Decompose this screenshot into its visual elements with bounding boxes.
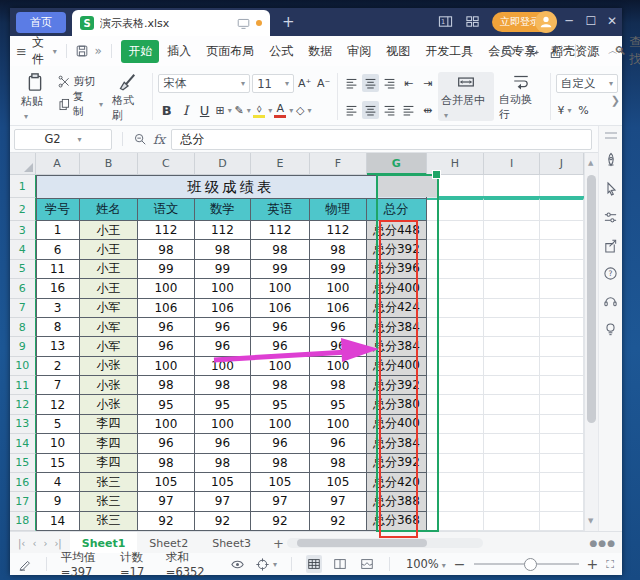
merge-center-button[interactable]: 合并居中▾	[438, 72, 494, 121]
cell-J13[interactable]	[540, 415, 584, 434]
cell-D15[interactable]: 98	[195, 454, 252, 473]
cell-A6[interactable]: 16	[36, 279, 80, 298]
maximize-button[interactable]: ☐	[580, 8, 602, 34]
cell-I12[interactable]	[484, 395, 540, 414]
page-break-view-button[interactable]	[359, 555, 375, 573]
invite-user-icon[interactable]	[525, 44, 540, 59]
cell-I9[interactable]	[484, 337, 540, 356]
cell-E2[interactable]: 英语	[251, 198, 309, 221]
align-bottom-icon[interactable]	[381, 74, 398, 92]
cell-C11[interactable]: 98	[138, 376, 195, 395]
share-icon[interactable]	[548, 44, 563, 59]
cell-J4[interactable]	[540, 240, 584, 259]
cell-E14[interactable]: 96	[251, 434, 309, 453]
cell-D2[interactable]: 数学	[195, 198, 252, 221]
cell-F16[interactable]: 105	[310, 473, 368, 492]
draw-border-icon[interactable]: ✎▾	[234, 101, 251, 119]
copy-button[interactable]: 复制▾	[58, 89, 103, 119]
cell-G2[interactable]: 总分	[367, 198, 426, 221]
align-right-icon[interactable]	[381, 101, 398, 119]
cell-B17[interactable]: 张三	[80, 492, 138, 511]
more-toolbar-icon[interactable]: »	[94, 44, 101, 58]
align-top-icon[interactable]	[343, 74, 360, 92]
cell-E7[interactable]: 106	[251, 299, 309, 318]
font-color-button[interactable]: A▾	[274, 101, 293, 119]
row-header-14[interactable]: 14	[10, 434, 36, 453]
cell-A14[interactable]: 10	[36, 434, 80, 453]
cell-A12[interactable]: 12	[36, 395, 80, 414]
cell-B5[interactable]: 小王	[80, 260, 138, 279]
cell-G5[interactable]: 总分396	[367, 260, 426, 279]
cell-H8[interactable]	[427, 318, 485, 337]
cell-B14[interactable]: 李四	[80, 434, 138, 453]
next-sheet-icon[interactable]: ›	[43, 538, 47, 549]
cell-B13[interactable]: 李四	[80, 415, 138, 434]
cell-F8[interactable]: 96	[310, 318, 368, 337]
font-size-select[interactable]: 11▾	[252, 74, 294, 93]
column-header-D[interactable]: D	[195, 153, 252, 175]
underline-button[interactable]: U	[196, 101, 213, 119]
cell-F9[interactable]: 96	[310, 337, 368, 356]
cell-E16[interactable]: 105	[251, 473, 309, 492]
cell-G6[interactable]: 总分400	[367, 279, 426, 298]
cell-A18[interactable]: 14	[36, 512, 80, 531]
cloud-sync-icon[interactable]	[501, 43, 517, 59]
tips-bulb-icon[interactable]	[603, 322, 618, 337]
cell-C10[interactable]: 100	[138, 357, 195, 376]
increase-font-button[interactable]: A⁺	[296, 75, 313, 93]
cell-C12[interactable]: 95	[138, 395, 195, 414]
normal-view-button[interactable]	[306, 555, 322, 573]
cell-E3[interactable]: 112	[251, 221, 309, 240]
cell-F15[interactable]: 98	[310, 454, 368, 473]
cell-D16[interactable]: 105	[195, 473, 252, 492]
cell-D6[interactable]: 100	[195, 279, 252, 298]
cell-F6[interactable]: 100	[310, 279, 368, 298]
cell-D11[interactable]: 98	[195, 376, 252, 395]
cell-A17[interactable]: 9	[36, 492, 80, 511]
cell-H6[interactable]	[427, 279, 485, 298]
cell-A13[interactable]: 5	[36, 415, 80, 434]
cell-C3[interactable]: 112	[138, 221, 195, 240]
cell-J11[interactable]	[540, 376, 584, 395]
row-header-18[interactable]: 18	[10, 512, 36, 531]
cell-J17[interactable]	[540, 492, 584, 511]
cell-D8[interactable]: 96	[195, 318, 252, 337]
menu-item-数据[interactable]: 数据	[301, 40, 339, 63]
cell-G16[interactable]: 总分420	[367, 473, 426, 492]
cell-E12[interactable]: 95	[251, 395, 309, 414]
collapse-ribbon-icon[interactable]: ︿	[608, 44, 618, 58]
cell-A3[interactable]: 1	[36, 221, 80, 240]
increase-indent-icon[interactable]: ⇥	[419, 74, 436, 92]
first-sheet-icon[interactable]: |‹	[18, 538, 25, 549]
cell-G10[interactable]: 总分400	[367, 357, 426, 376]
search-box[interactable]: 🔍︎ 查找	[614, 34, 640, 68]
format-painter-button[interactable]: 格式刷	[109, 71, 147, 123]
cell-G11[interactable]: 总分392	[367, 376, 426, 395]
cell-C8[interactable]: 96	[138, 318, 195, 337]
cell-I11[interactable]	[484, 376, 540, 395]
align-center-icon[interactable]	[362, 101, 379, 119]
menu-item-开始[interactable]: 开始	[121, 40, 159, 63]
quick-tools-rocket-icon[interactable]	[603, 152, 619, 168]
cell-A4[interactable]: 6	[36, 240, 80, 259]
currency-button[interactable]: ¥▾	[556, 101, 573, 119]
cell-J1[interactable]	[540, 175, 584, 198]
cell-J14[interactable]	[540, 434, 584, 453]
new-tab-button[interactable]: +	[282, 13, 295, 31]
cell-E6[interactable]: 100	[251, 279, 309, 298]
cell-G13[interactable]: 总分400	[367, 415, 426, 434]
cell-A2[interactable]: 学号	[36, 198, 80, 221]
cell-F5[interactable]: 99	[310, 260, 368, 279]
font-name-select[interactable]: 宋体▾	[158, 74, 250, 93]
row-header-13[interactable]: 13	[10, 415, 36, 434]
more-options-icon[interactable]: ⋮	[588, 44, 600, 58]
cell-A10[interactable]: 2	[36, 357, 80, 376]
cell-I5[interactable]	[484, 260, 540, 279]
cell-D3[interactable]: 112	[195, 221, 252, 240]
zoom-formula-icon[interactable]	[133, 132, 147, 146]
cell-I18[interactable]	[484, 512, 540, 531]
cell-I3[interactable]	[484, 221, 540, 240]
percent-button[interactable]: %	[575, 101, 592, 119]
cell-C14[interactable]: 96	[138, 434, 195, 453]
borders-button[interactable]: ⊞▾	[215, 101, 232, 119]
